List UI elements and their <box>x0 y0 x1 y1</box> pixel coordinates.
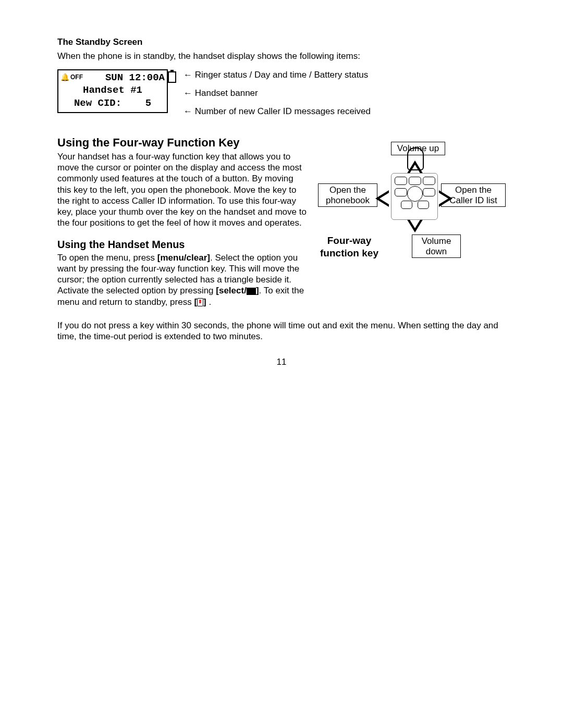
callout-1: ← Ringer status / Day and time / Battery… <box>183 69 371 80</box>
arrow-right-icon <box>439 190 452 207</box>
bell-icon: 🔔 <box>60 73 69 82</box>
arrow-left-icon <box>375 190 389 207</box>
menus-t4: . <box>206 297 211 307</box>
timeout-text: If you do not press a key within 30 seco… <box>57 320 506 342</box>
menus-key-select: [select/] <box>216 286 259 295</box>
handset-keypad-icon <box>391 173 438 220</box>
fig-open-phonebook: Open thephonebook <box>318 183 377 207</box>
battery-icon <box>168 71 176 83</box>
lcd-cid-label: New CID: <box>74 97 121 109</box>
menus-text: To open the menu, press [menu/clear]. Se… <box>57 252 308 307</box>
menus-heading: Using the Handset Menus <box>57 238 308 251</box>
fourway-heading: Using the Four-way Function Key <box>57 135 308 150</box>
ringer-off-label: OFF <box>70 73 83 82</box>
callout-3: ← Number of new Caller ID messages recei… <box>183 106 371 117</box>
lcd-day: SUN <box>105 72 123 83</box>
menus-key-menuclear: [menu/clear] <box>157 253 210 263</box>
lcd-time: 12:00A <box>129 72 165 83</box>
fig-label: Four-wayfunction key <box>318 235 381 260</box>
fourway-text: Your handset has a four-way function key… <box>57 151 308 229</box>
fig-volume-down: Volume down <box>412 235 461 258</box>
envelope-icon <box>247 288 256 295</box>
standby-intro: When the phone is in standby, the handse… <box>57 51 506 61</box>
standby-heading: The Standby Screen <box>57 36 506 47</box>
lcd-screen: 🔔 OFF SUN 12:00A Handset #1 New CID: 5 <box>57 69 168 113</box>
fourway-figure: Volume up Open thephonebook Open theCall… <box>318 135 506 271</box>
lcd-banner: Handset #1 <box>60 84 165 97</box>
menus-key-exit: [] <box>194 297 206 307</box>
lcd-cid-count: 5 <box>145 97 151 109</box>
lcd-callouts: ← Ringer status / Day and time / Battery… <box>183 69 371 125</box>
standby-illustration-row: 🔔 OFF SUN 12:00A Handset #1 New CID: 5 ←… <box>57 69 506 125</box>
phone-icon <box>197 298 203 306</box>
page-number: 11 <box>57 356 506 367</box>
callout-2: ← Handset banner <box>183 88 371 98</box>
menus-t1: To open the menu, press <box>57 253 157 263</box>
arrow-down-icon <box>407 219 423 232</box>
